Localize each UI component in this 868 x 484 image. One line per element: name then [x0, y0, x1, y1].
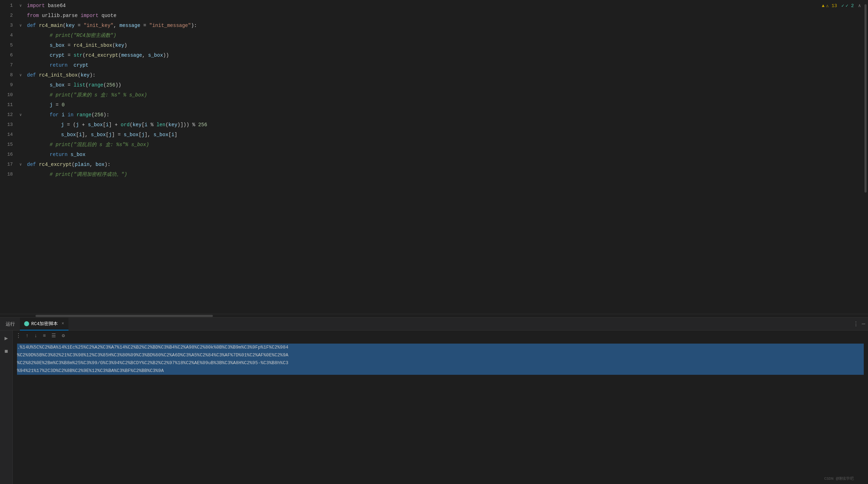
- str-initkey: "init_key": [84, 23, 114, 28]
- run-icon[interactable]: ▶: [1, 333, 11, 343]
- toolbar-dots[interactable]: ⋮: [16, 332, 21, 339]
- line-num-9: 9: [0, 80, 13, 90]
- kw-def-17: def: [27, 162, 36, 167]
- fold-8[interactable]: ∨: [17, 70, 24, 80]
- code-line-5: s_box = rc4_init_sbox(key): [24, 40, 868, 50]
- var-key-13: key: [133, 122, 142, 128]
- fold-1[interactable]: ∨: [17, 1, 24, 11]
- panel-content: ▶ ◼ ⋮ ↑ ↓ ≡ ☰ ⚙ .%14U%5C%C2%BA%14%1Ec%25…: [0, 330, 868, 484]
- code-container: 1 2 3 4 5 6 7 8 9 10 11 12 13 14 15 16 1…: [0, 0, 868, 314]
- kw-import-2: import: [81, 13, 98, 18]
- line-num-1: 1: [0, 1, 13, 11]
- watermark: CSDN @继续学吧: [824, 476, 854, 481]
- code-line-16: return s_box: [24, 150, 868, 160]
- cmt-10: # print("原来的 s 盒: %s" % s_box): [50, 92, 147, 98]
- cmt-15: # print("混乱后的 s 盒: %s"% s_box): [50, 142, 149, 148]
- fn-rc4initsbox-8: rc4_init_sbox: [39, 72, 78, 78]
- num-256-13: 256: [198, 122, 207, 128]
- rc4-tab[interactable]: RC4加密脚本 ×: [20, 318, 68, 330]
- kw-def-3: def: [27, 23, 36, 28]
- line-num-8: 8: [0, 70, 13, 80]
- builtin-range-9: range: [88, 82, 103, 88]
- code-line-1: import base64: [24, 1, 868, 11]
- code-line-18: # print("调用加密程序成功。"): [24, 169, 868, 179]
- num-256-9: 256: [106, 82, 115, 88]
- kw-from-2: from: [27, 13, 39, 18]
- run-tab-label[interactable]: 运行: [6, 321, 15, 327]
- h-scrollbar-thumb[interactable]: [35, 315, 213, 317]
- var-key2-13: key: [169, 122, 177, 128]
- num-256-12: 256: [94, 112, 103, 118]
- code-line-7: return crypt: [24, 60, 868, 70]
- editor-area: ▲ ⚠ 13 ✓ ✓ 2 ∧ 1 2 3 4 5 6 7 8 9 10 11 1…: [0, 0, 868, 317]
- var-sbox-14a: s_box: [61, 132, 76, 138]
- builtin-len-13: len: [156, 122, 165, 128]
- var-sbox-9: s_box: [50, 82, 65, 88]
- line-num-2: 2: [0, 11, 13, 21]
- code-line-3: def rc4_main(key = "init_key", message =…: [24, 21, 868, 30]
- v-scrollbar-thumb[interactable]: [864, 4, 867, 193]
- fn-rc4main: rc4_main: [39, 23, 63, 28]
- fold-17[interactable]: ∨: [17, 160, 24, 169]
- code-line-10: # print("原来的 s 盒: %s" % s_box): [24, 90, 868, 100]
- stop-icon[interactable]: ◼: [1, 346, 11, 356]
- close-tab-button[interactable]: ×: [61, 321, 64, 326]
- fn-rc4excrypt-6: rc4_excrypt: [86, 52, 118, 58]
- toolbar-up-btn[interactable]: ↑: [24, 332, 30, 339]
- builtin-range-12: range: [77, 112, 92, 118]
- fold-gutter: ∨ ∨ ∨ ∨ ∨: [17, 0, 24, 314]
- var-key-3: key: [66, 23, 75, 28]
- line-num-5: 5: [0, 40, 13, 50]
- line-num-15: 15: [0, 140, 13, 150]
- watermark-text: CSDN @继续学吧: [824, 477, 854, 481]
- code-line-6: crypt = str(rc4_excrypt(message, s_box)): [24, 50, 868, 60]
- fold-18: [17, 169, 24, 179]
- num-0-11: 0: [62, 102, 65, 108]
- var-crypt-7: crypt: [73, 62, 88, 68]
- builtin-ord-13: ord: [121, 122, 130, 128]
- code-line-15: # print("混乱后的 s 盒: %s"% s_box): [24, 140, 868, 150]
- str-initmsg: "init_message": [149, 23, 191, 28]
- var-sbox-16: s_box: [71, 152, 86, 157]
- fold-12[interactable]: ∨: [17, 110, 24, 120]
- var-i-12: i: [62, 112, 65, 118]
- toolbar-down-btn[interactable]: ↓: [33, 332, 38, 339]
- line-num-4: 4: [0, 30, 13, 40]
- fold-3[interactable]: ∨: [17, 21, 24, 30]
- code-line-17: def rc4_excrypt(plain, box):: [24, 160, 868, 169]
- kw-for-12: for: [50, 112, 59, 118]
- fn-rc4initsbox: rc4_init_sbox: [73, 43, 112, 48]
- panel-actions: ⋮ —: [853, 321, 868, 328]
- code-line-4: # print("RC4加密主函数"): [24, 30, 868, 40]
- fold-14: [17, 130, 24, 140]
- panel-left-bar: ▶ ◼: [0, 330, 13, 484]
- var-sbox-14b: s_box: [91, 132, 106, 138]
- toolbar-filter-btn[interactable]: ≡: [42, 332, 47, 339]
- more-options-button[interactable]: ⋮: [853, 321, 859, 328]
- code-line-9: s_box = list(range(256)): [24, 80, 868, 90]
- bottom-panel: 运行 RC4加密脚本 × ⋮ — ▶ ◼ ⋮ ↑ ↓ ≡ ☰ ⚙: [0, 317, 868, 484]
- panel-toolbar: ⋮ ↑ ↓ ≡ ☰ ⚙: [13, 330, 868, 341]
- fold-11: [17, 100, 24, 110]
- code-line-14: s_box[i], s_box[j] = s_box[j], s_box[i]: [24, 130, 868, 140]
- kw-def-8: def: [27, 72, 36, 78]
- output-text-area: .%14U%5C%C2%BA%14%1Ec%25%C2%A2%C3%A7%14%…: [13, 341, 868, 484]
- code-line-13: j = (j + s_box[i] + ord(key[i % len(key)…: [24, 120, 868, 130]
- toolbar-gear-btn[interactable]: ⚙: [60, 332, 66, 339]
- kw-return-16: return: [50, 152, 67, 157]
- fold-4: [17, 30, 24, 40]
- v-scrollbar-track[interactable]: [864, 0, 868, 314]
- line-num-16: 16: [0, 150, 13, 160]
- minimize-panel-button[interactable]: —: [862, 321, 865, 327]
- var-j-14: j: [109, 132, 111, 138]
- toolbar-list-btn[interactable]: ☰: [50, 332, 57, 339]
- run-tab[interactable]: 运行: [1, 318, 19, 330]
- fold-5: [17, 40, 24, 50]
- kw-return-7: return: [50, 62, 67, 68]
- fold-16: [17, 150, 24, 160]
- output-line-selected: .%14U%5C%C2%BA%14%1Ec%25%C2%A2%C3%A7%14%…: [17, 344, 864, 375]
- kw-in-12: in: [67, 112, 73, 118]
- line-num-11: 11: [0, 100, 13, 110]
- line-num-12: 12: [0, 110, 13, 120]
- h-scrollbar[interactable]: [0, 314, 868, 317]
